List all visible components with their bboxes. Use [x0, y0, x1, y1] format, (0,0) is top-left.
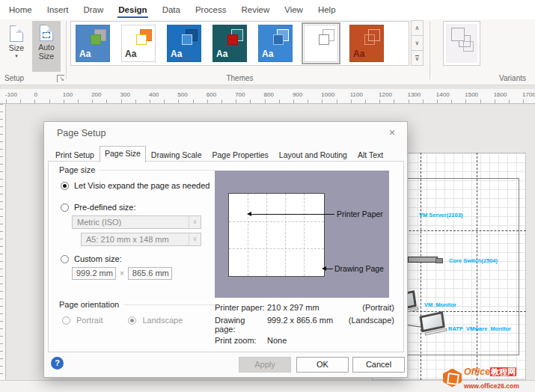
gallery-more-button[interactable]: ∨	[411, 50, 424, 66]
ruler-label: 100	[63, 89, 91, 103]
dialog-tab[interactable]: Layout and Routing	[274, 147, 352, 162]
predefined-size-radio[interactable]	[61, 203, 69, 212]
drawing-page-annotation: Drawing Page	[334, 264, 384, 273]
page-preview-panel: Printer Paper Drawing Page	[215, 171, 389, 298]
ruler-label: 1400	[436, 89, 465, 103]
portrait-radio[interactable]	[62, 316, 70, 325]
ruler-label: 500	[177, 89, 206, 103]
ruler-label: 600	[207, 89, 235, 103]
landscape-radio[interactable]	[128, 316, 136, 325]
core-switch-shape[interactable]	[408, 257, 438, 263]
menu-tab[interactable]: Design	[111, 0, 154, 19]
dialog-tab[interactable]: Print Setup	[50, 147, 100, 162]
page-size-icon	[10, 25, 23, 42]
gallery-scroll-up-button[interactable]: ∧	[411, 20, 424, 36]
theme-thumbnail[interactable]: Aa	[257, 24, 293, 63]
menu-tab[interactable]: Draw	[76, 0, 111, 19]
gallery-scrollbar: ∧ ∨ ∨	[411, 21, 424, 66]
ribbon: Size ▾ Auto Size Setup ↘ Aa Aa	[0, 19, 535, 85]
auto-size-icon	[40, 25, 53, 41]
custom-size-option: Custom size:	[61, 254, 122, 263]
shape-label-vm-server: VM Server(2103)	[419, 212, 462, 218]
times-separator: ×	[120, 269, 124, 278]
ruler-label: 200	[91, 89, 120, 103]
menu-tab[interactable]: Insert	[40, 0, 76, 19]
chevron-down-icon: ∨	[189, 216, 201, 228]
preview-drawing-page	[228, 193, 325, 277]
theme-square-front	[273, 34, 284, 45]
chevron-down-icon: ∨	[189, 233, 201, 245]
dialog-tab-bar: Print Setup Page Size Drawing Scale Page…	[50, 147, 388, 162]
theme-square-front	[364, 34, 375, 45]
theme-square-front	[91, 34, 101, 45]
office-tutorial-logo-icon	[443, 369, 462, 388]
ruler-label: 300	[120, 89, 149, 103]
setup-group-label: Setup	[4, 74, 24, 82]
ruler-label: 1700	[522, 89, 535, 103]
size-button[interactable]: Size ▾	[3, 22, 30, 70]
printer-paper-annotation: Printer Paper	[337, 209, 383, 218]
ruler-label: 700	[235, 89, 263, 103]
theme-thumbnail[interactable]: Aa	[349, 24, 385, 63]
custom-size-radio[interactable]	[61, 255, 69, 263]
gallery-scroll-down-button[interactable]: ∨	[411, 35, 424, 51]
ruler-label: 1300	[407, 89, 435, 103]
page-setup-dialog: Page Setup × Print Setup Page Size Drawi…	[43, 121, 408, 378]
theme-thumbnail[interactable]: Aa	[120, 24, 156, 63]
custom-width-field[interactable]: 999.2 mm	[72, 267, 116, 280]
dialog-tab[interactable]: Page Size	[100, 146, 146, 162]
help-button[interactable]: ?	[51, 357, 64, 370]
variants-group-label: Variants	[499, 74, 526, 82]
menu-tab[interactable]: Process	[188, 0, 234, 19]
predefined-size-option: Pre-defined size:	[61, 203, 136, 212]
dialog-tab[interactable]: Drawing Scale	[146, 147, 207, 162]
menu-tab[interactable]: View	[277, 0, 311, 19]
ruler-label: 1000	[321, 89, 349, 103]
dialog-title: Page Setup	[57, 128, 106, 138]
theme-thumbnail[interactable]: Aa	[212, 24, 248, 63]
printer-paper-summary: Printer paper: 210 x 297 mm (Portrait)	[215, 303, 394, 312]
dialog-tab[interactable]: Page Properties	[207, 147, 274, 162]
menu-tab[interactable]: Home	[1, 0, 40, 19]
ruler-label: 800	[264, 89, 293, 103]
custom-height-field[interactable]: 865.6 mm	[128, 267, 172, 280]
dropdown-caret-icon: ▾	[15, 54, 18, 58]
apply-button[interactable]: Apply	[239, 357, 291, 373]
ruler-label: 1200	[379, 89, 407, 103]
ruler-label: 1100	[350, 89, 379, 103]
drawing-page-summary: Drawing page: 999.2 x 865.6 mm (Landscap…	[215, 316, 394, 334]
theme-square-front	[227, 34, 238, 45]
auto-size-button[interactable]: Auto Size	[32, 21, 61, 72]
dialog-close-button[interactable]: ×	[383, 125, 401, 140]
watermark-title: Office教程网	[464, 367, 516, 377]
units-dropdown[interactable]: Metric (ISO) ∨	[72, 215, 201, 229]
shape-label-core-switch: Core Switch(2504)	[449, 257, 498, 264]
theme-thumbnail[interactable]: Aa	[166, 24, 202, 63]
menu-tab[interactable]: Help	[311, 0, 343, 19]
ruler-label: 1600	[494, 89, 522, 103]
expand-page-option: Let Visio expand the page as needed	[61, 181, 210, 190]
page-size-group-label: Page size	[59, 165, 215, 174]
theme-square-front	[136, 34, 147, 45]
setup-dialog-launcher[interactable]: ↘	[57, 75, 64, 82]
paper-size-dropdown[interactable]: A5: 210 mm x 148 mm ∨	[81, 233, 201, 246]
ruler-label: 400	[149, 89, 177, 103]
watermark-url: www.office26.com	[464, 382, 519, 390]
ok-button[interactable]: OK	[296, 357, 349, 373]
expand-page-radio[interactable]	[61, 182, 69, 190]
group-divider	[66, 21, 67, 79]
orientation-group-label: Page orientation	[59, 300, 215, 309]
theme-thumbnail[interactable]: Aa	[75, 24, 111, 63]
drawing-page-arrow	[324, 269, 333, 269]
menu-tab[interactable]: Data	[155, 0, 188, 19]
dialog-tab[interactable]: Alt Text	[352, 147, 388, 162]
print-zoom-summary: Print zoom: None	[215, 336, 394, 345]
cancel-button[interactable]: Cancel	[352, 357, 405, 373]
menu-tab[interactable]: Review	[233, 0, 277, 19]
page-size-tab-content: Page size Let Visio expand the page as n…	[48, 161, 404, 352]
theme-thumbnail[interactable]	[303, 24, 339, 63]
variant-thumbnail[interactable]	[443, 21, 480, 66]
themes-group-label: Themes	[70, 74, 409, 82]
orientation-options: Portrait Landscape	[62, 316, 183, 325]
theme-square-front	[319, 34, 329, 45]
